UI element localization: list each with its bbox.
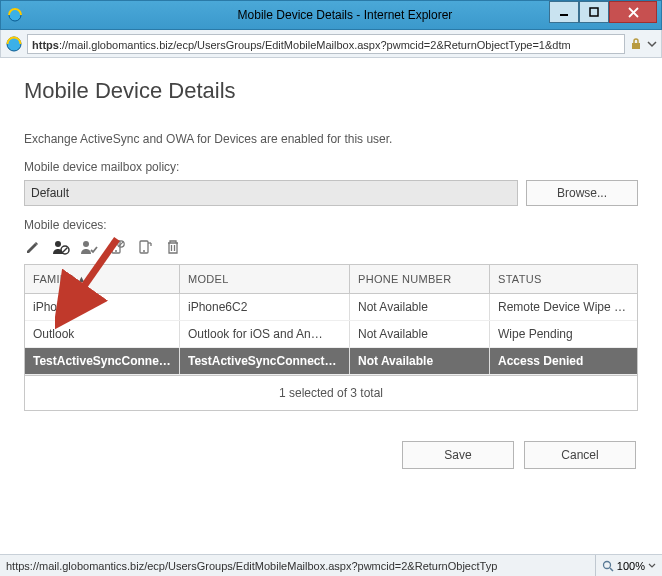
table-row[interactable]: iPhoneiPhone6C2Not AvailableRemote Devic… xyxy=(25,294,637,321)
devices-label: Mobile devices: xyxy=(24,218,638,232)
cell-family: iPhone xyxy=(25,294,180,320)
svg-rect-2 xyxy=(590,8,598,16)
devices-toolbar xyxy=(24,238,638,256)
cell-status: Remote Device Wipe Su… xyxy=(490,294,637,320)
svg-point-20 xyxy=(603,561,610,568)
devices-table: FAMILY▲ MODEL PHONE NUMBER STATUS iPhone… xyxy=(24,264,638,375)
wipe-device-icon[interactable] xyxy=(108,238,126,256)
cell-phone: Not Available xyxy=(350,348,490,374)
status-url-text: https://mail.globomantics.biz/ecp/UsersG… xyxy=(6,560,589,572)
maximize-button[interactable] xyxy=(579,1,609,23)
table-selection-count: 1 selected of 3 total xyxy=(24,375,638,411)
window-titlebar: Mobile Device Details - Internet Explore… xyxy=(0,0,662,30)
svg-point-12 xyxy=(115,250,117,252)
svg-line-9 xyxy=(63,248,68,253)
browse-button[interactable]: Browse... xyxy=(526,180,638,206)
activesync-info-text: Exchange ActiveSync and OWA for Devices … xyxy=(24,132,638,146)
col-header-family[interactable]: FAMILY▲ xyxy=(25,265,180,293)
cell-status: Access Denied xyxy=(490,348,637,374)
status-bar: https://mail.globomantics.biz/ecp/UsersG… xyxy=(0,554,662,576)
refresh-device-icon[interactable] xyxy=(136,238,154,256)
svg-point-10 xyxy=(83,241,89,247)
chevron-down-icon xyxy=(648,562,656,570)
svg-point-16 xyxy=(143,250,145,252)
svg-point-7 xyxy=(55,241,61,247)
col-header-model[interactable]: MODEL xyxy=(180,265,350,293)
svg-rect-6 xyxy=(632,43,640,49)
table-row[interactable]: OutlookOutlook for iOS and An…Not Availa… xyxy=(25,321,637,348)
sort-asc-icon: ▲ xyxy=(77,274,86,284)
cell-status: Wipe Pending xyxy=(490,321,637,347)
col-header-status[interactable]: STATUS xyxy=(490,265,637,293)
zoom-control[interactable]: 100% xyxy=(595,555,656,576)
edit-icon[interactable] xyxy=(24,238,42,256)
minimize-button[interactable] xyxy=(549,1,579,23)
cell-family: TestActiveSyncConnect… xyxy=(25,348,180,374)
table-header: FAMILY▲ MODEL PHONE NUMBER STATUS xyxy=(25,265,637,294)
allow-user-icon[interactable] xyxy=(80,238,98,256)
svg-line-21 xyxy=(610,568,613,571)
dropdown-icon[interactable] xyxy=(647,39,657,49)
zoom-icon xyxy=(602,560,614,572)
address-bar: https://mail.globomantics.biz/ecp/UsersG… xyxy=(0,30,662,58)
cell-phone: Not Available xyxy=(350,321,490,347)
lock-icon xyxy=(629,37,643,51)
cancel-button[interactable]: Cancel xyxy=(524,441,636,469)
save-button[interactable]: Save xyxy=(402,441,514,469)
cell-phone: Not Available xyxy=(350,294,490,320)
cell-model: iPhone6C2 xyxy=(180,294,350,320)
url-field[interactable]: https://mail.globomantics.biz/ecp/UsersG… xyxy=(27,34,625,54)
cell-model: Outlook for iOS and An… xyxy=(180,321,350,347)
cell-family: Outlook xyxy=(25,321,180,347)
policy-input[interactable] xyxy=(24,180,518,206)
close-button[interactable] xyxy=(609,1,657,23)
cell-model: TestActiveSyncConnect… xyxy=(180,348,350,374)
delete-icon[interactable] xyxy=(164,238,182,256)
ie-logo-icon xyxy=(5,35,23,53)
page-title: Mobile Device Details xyxy=(24,78,638,104)
block-user-icon[interactable] xyxy=(52,238,70,256)
policy-label: Mobile device mailbox policy: xyxy=(24,160,638,174)
ie-icon xyxy=(7,7,23,23)
col-header-phone[interactable]: PHONE NUMBER xyxy=(350,265,490,293)
table-row[interactable]: TestActiveSyncConnect…TestActiveSyncConn… xyxy=(25,348,637,375)
